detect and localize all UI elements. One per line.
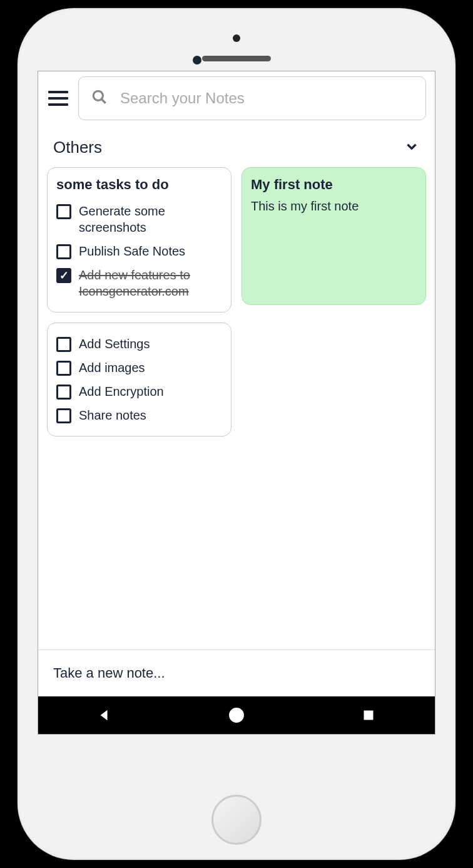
- spacer: [38, 437, 435, 649]
- search-box[interactable]: [78, 76, 426, 120]
- note-card-first[interactable]: My first note This is my first note: [242, 167, 426, 305]
- svg-rect-3: [364, 711, 374, 720]
- task-text: Add images: [79, 359, 145, 376]
- menu-icon[interactable]: [47, 87, 69, 110]
- svg-point-2: [230, 708, 243, 722]
- checkbox-checked[interactable]: [56, 268, 71, 283]
- checkbox-unchecked[interactable]: [56, 204, 71, 219]
- task-text: Add Settings: [79, 336, 150, 352]
- nav-back-icon[interactable]: [92, 703, 117, 728]
- checkbox-unchecked[interactable]: [56, 337, 71, 352]
- app-header: [38, 71, 435, 125]
- task-text: Add new features to Iconsgenerator.com: [79, 267, 222, 299]
- note-body: This is my first note: [251, 199, 417, 214]
- new-note-placeholder: Take a new note...: [53, 665, 165, 681]
- svg-line-1: [101, 99, 106, 103]
- front-camera: [193, 56, 201, 65]
- app-screen: Others some tasks to do Generate some sc…: [38, 71, 435, 735]
- nav-home-icon[interactable]: [224, 703, 249, 728]
- checkbox-unchecked[interactable]: [56, 385, 71, 400]
- svg-point-0: [93, 91, 103, 100]
- task-item[interactable]: Add images: [56, 356, 222, 380]
- task-text: Generate some screenshots: [79, 203, 222, 235]
- phone-frame: Others some tasks to do Generate some sc…: [18, 8, 455, 860]
- task-item[interactable]: Generate some screenshots: [56, 199, 222, 239]
- task-item[interactable]: Publish Safe Notes: [56, 239, 222, 263]
- chevron-down-icon[interactable]: [404, 138, 420, 157]
- notes-grid: some tasks to do Generate some screensho…: [38, 167, 435, 437]
- nav-recent-icon[interactable]: [356, 703, 381, 728]
- note-card-tasks[interactable]: some tasks to do Generate some screensho…: [47, 167, 231, 313]
- task-text: Share notes: [79, 407, 146, 423]
- new-note-bar[interactable]: Take a new note...: [38, 649, 435, 696]
- checkbox-unchecked[interactable]: [56, 361, 71, 376]
- speaker-grille: [202, 56, 271, 61]
- section-title: Others: [53, 138, 102, 157]
- phone-home-button[interactable]: [211, 795, 262, 845]
- note-title: some tasks to do: [56, 177, 222, 193]
- task-text: Add Encryption: [79, 383, 164, 400]
- task-item[interactable]: Share notes: [56, 403, 222, 427]
- checkbox-unchecked[interactable]: [56, 244, 71, 259]
- task-item[interactable]: Add Encryption: [56, 380, 222, 403]
- android-nav-bar: [38, 696, 435, 734]
- note-card-tasks2[interactable]: Add Settings Add images Add Encryption S…: [47, 323, 231, 437]
- note-title: My first note: [251, 177, 417, 193]
- task-text: Publish Safe Notes: [79, 243, 185, 259]
- task-item[interactable]: Add Settings: [56, 332, 222, 356]
- section-header[interactable]: Others: [38, 125, 435, 167]
- search-input[interactable]: [120, 90, 413, 107]
- checkbox-unchecked[interactable]: [56, 408, 71, 423]
- search-icon: [91, 89, 108, 108]
- camera-dot: [233, 34, 240, 42]
- task-item[interactable]: Add new features to Iconsgenerator.com: [56, 263, 222, 303]
